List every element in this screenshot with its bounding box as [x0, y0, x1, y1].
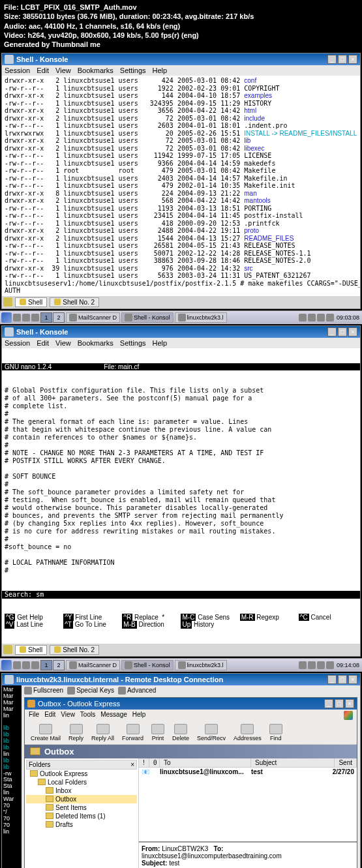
- toolbar-print[interactable]: Print: [149, 723, 166, 742]
- taskbar-task[interactable]: MailScanner D: [66, 660, 120, 670]
- menu-item[interactable]: Edit: [44, 711, 55, 720]
- menu-item[interactable]: Session: [5, 67, 30, 74]
- menu-item[interactable]: Help: [153, 67, 168, 74]
- taskbar-task[interactable]: Shell - Konsol: [121, 660, 173, 670]
- folders-pane: Folders× Outlook ExpressLocal FoldersInb…: [25, 758, 139, 868]
- kmenu-icon[interactable]: [1, 312, 12, 323]
- window-title: Shell - Konsole: [16, 55, 327, 63]
- folder-item[interactable]: Outbox: [26, 795, 137, 803]
- tray-icon[interactable]: [308, 314, 316, 322]
- shell-tab[interactable]: Shell: [15, 297, 47, 307]
- pager[interactable]: 2: [53, 660, 65, 670]
- folder-item[interactable]: Deleted Items (1): [26, 812, 137, 820]
- folder-item[interactable]: Outlook Express: [26, 770, 137, 778]
- column-header[interactable]: !: [139, 758, 149, 767]
- toolbar-reply-all[interactable]: Reply All: [89, 723, 116, 742]
- tray-icon[interactable]: [31, 314, 39, 322]
- tray-icon[interactable]: [299, 661, 307, 669]
- column-header[interactable]: Sent: [335, 758, 357, 767]
- minimize-button[interactable]: _: [327, 327, 337, 337]
- menu-item[interactable]: View: [55, 67, 71, 74]
- kmenu-icon[interactable]: [1, 660, 12, 670]
- shell-tab[interactable]: Shell: [15, 645, 47, 655]
- titlebar[interactable]: linuxcbtw2k3.linuxcbt.internal - Remote …: [2, 674, 360, 685]
- menu-item[interactable]: Bookmarks: [78, 67, 113, 74]
- rdp-toolbar-item[interactable]: Advanced: [118, 687, 156, 695]
- close-button[interactable]: ×: [348, 55, 357, 64]
- toolbar-forward[interactable]: Forward: [120, 723, 145, 742]
- outlook-menubar: FileEditViewToolsMessageHelp: [25, 710, 357, 721]
- shell-tab[interactable]: Shell No. 2: [50, 297, 99, 307]
- pager[interactable]: 1: [40, 312, 52, 323]
- titlebar[interactable]: Shell - Konsole _ □ ×: [2, 326, 360, 338]
- menu-item[interactable]: Bookmarks: [78, 339, 113, 347]
- minimize-button[interactable]: _: [324, 699, 333, 708]
- menu-item[interactable]: Edit: [37, 339, 49, 347]
- folder-item[interactable]: Local Folders: [26, 778, 137, 786]
- nano-editor[interactable]: GNU nano 1.2.4 File: main.cf # Global Po…: [2, 348, 360, 644]
- pager[interactable]: 2: [53, 312, 65, 323]
- maximize-button[interactable]: □: [338, 55, 347, 64]
- pager[interactable]: 1: [40, 660, 52, 670]
- tray-icon[interactable]: [308, 661, 316, 669]
- close-button[interactable]: ×: [348, 327, 357, 337]
- menu-item[interactable]: Tools: [80, 711, 95, 720]
- toolbar-create-mail[interactable]: Create Mail: [29, 723, 63, 742]
- toolbar-reply[interactable]: Reply: [67, 723, 85, 742]
- folders-header[interactable]: Folders×: [26, 760, 137, 770]
- taskbar-task[interactable]: linuxcbtw2k3.l: [175, 660, 227, 670]
- tray-icon[interactable]: [13, 661, 21, 669]
- menu-item[interactable]: Help: [132, 711, 146, 720]
- menu-item[interactable]: Settings: [120, 339, 146, 347]
- nano-content[interactable]: # Global Postfix configuration file. Thi…: [2, 385, 360, 576]
- nano-search[interactable]: Search: sm: [2, 591, 360, 599]
- menu-item[interactable]: Session: [5, 339, 30, 347]
- close-button[interactable]: ×: [348, 675, 357, 684]
- rdp-toolbar-item[interactable]: Special Keys: [67, 687, 114, 695]
- taskbar-task[interactable]: linuxcbtw2k3.l: [175, 312, 227, 323]
- maximize-button[interactable]: □: [335, 699, 344, 708]
- shell-tab[interactable]: Shell No. 2: [50, 645, 99, 655]
- tray-icon[interactable]: [22, 314, 30, 322]
- toolbar-send-recv[interactable]: Send/Recv: [195, 723, 228, 742]
- tray-icon[interactable]: [299, 314, 307, 322]
- maximize-button[interactable]: □: [338, 675, 347, 684]
- tray-icon[interactable]: [326, 661, 334, 669]
- terminal-output[interactable]: drwxr-xr-x 2 linuxcbtsuse1 users 424 200…: [2, 76, 360, 296]
- column-header[interactable]: Subject: [251, 758, 335, 767]
- close-button[interactable]: ×: [345, 699, 354, 708]
- tray-icon[interactable]: [317, 314, 325, 322]
- toolbar-delete[interactable]: Delete: [170, 723, 191, 742]
- menu-item[interactable]: File: [29, 711, 39, 720]
- tray-icon[interactable]: [317, 661, 325, 669]
- folder-item[interactable]: Sent Items: [26, 803, 137, 812]
- new-tab-icon[interactable]: [3, 645, 12, 654]
- message-columns[interactable]: !θToSubjectSent: [139, 758, 357, 768]
- minimize-button[interactable]: _: [327, 55, 337, 64]
- tray-icon[interactable]: [326, 314, 334, 322]
- menu-item[interactable]: Help: [153, 339, 168, 347]
- tray-icon[interactable]: [31, 661, 39, 669]
- tray-icon[interactable]: [22, 661, 30, 669]
- menu-item[interactable]: Edit: [37, 67, 49, 74]
- new-tab-icon[interactable]: [3, 297, 12, 307]
- toolbar-find[interactable]: Find: [267, 723, 284, 742]
- toolbar-addresses[interactable]: Addresses: [232, 723, 264, 742]
- taskbar-task[interactable]: Shell - Konsol: [121, 312, 173, 323]
- menu-item[interactable]: View: [55, 339, 71, 347]
- rdp-toolbar-item[interactable]: Fullscreen: [24, 687, 63, 695]
- taskbar-task[interactable]: MailScanner D: [66, 312, 120, 323]
- folder-item[interactable]: Drafts: [26, 820, 137, 829]
- menu-item[interactable]: Settings: [120, 67, 146, 74]
- tray-icon[interactable]: [13, 314, 21, 322]
- minimize-button[interactable]: _: [327, 675, 337, 684]
- menu-item[interactable]: View: [61, 711, 75, 720]
- message-row[interactable]: 📧 linuxcbtsuse1@linuxcom... test 2/27/20: [139, 768, 357, 776]
- outlook-titlebar[interactable]: Outbox - Outlook Express _ □ ×: [25, 698, 357, 710]
- menu-item[interactable]: Message: [100, 711, 127, 720]
- titlebar[interactable]: Shell - Konsole _ □ ×: [2, 53, 360, 65]
- column-header[interactable]: θ: [149, 758, 160, 767]
- column-header[interactable]: To: [160, 758, 251, 767]
- maximize-button[interactable]: □: [338, 327, 347, 337]
- folder-item[interactable]: Inbox: [26, 786, 137, 795]
